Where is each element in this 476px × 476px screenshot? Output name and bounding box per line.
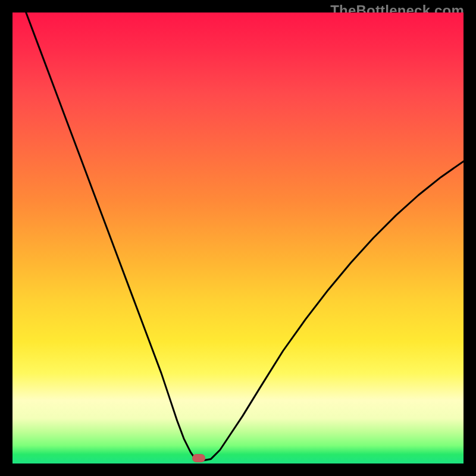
- plot-area: [12, 12, 464, 464]
- chart-frame: TheBottleneck.com: [0, 0, 476, 476]
- bottleneck-curve: [12, 12, 464, 464]
- bottleneck-marker: [192, 454, 205, 462]
